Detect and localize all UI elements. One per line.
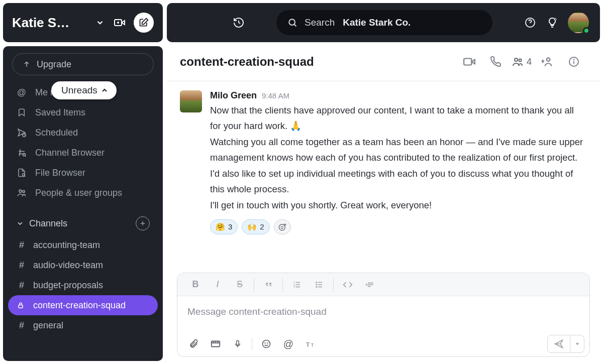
send-button[interactable] bbox=[548, 335, 570, 352]
svg-point-52 bbox=[316, 282, 317, 283]
message-author[interactable]: Milo Green bbox=[210, 90, 257, 101]
nav-scheduled[interactable]: Scheduled bbox=[8, 123, 158, 143]
channel-accounting-team[interactable]: # accounting-team bbox=[8, 235, 158, 255]
channel-audio-video-team[interactable]: # audio-video-team bbox=[8, 255, 158, 275]
emoji-button[interactable] bbox=[255, 331, 277, 356]
bookmark-icon bbox=[16, 108, 27, 117]
svg-line-10 bbox=[20, 149, 21, 156]
svg-point-30 bbox=[515, 58, 518, 61]
message-composer: B I S 123 bbox=[177, 273, 590, 357]
svg-point-53 bbox=[316, 284, 317, 285]
search-icon bbox=[287, 18, 297, 28]
video-call-button[interactable] bbox=[456, 52, 482, 72]
channel-browser-icon bbox=[16, 148, 27, 158]
file-browser-icon bbox=[16, 168, 27, 177]
reaction-raised-hands[interactable]: 🙌 2 bbox=[242, 219, 269, 234]
reaction-hug[interactable]: 🤗 3 bbox=[210, 219, 238, 234]
svg-point-38 bbox=[279, 224, 285, 230]
hash-icon: # bbox=[17, 320, 26, 331]
channel-title[interactable]: content-creation-squad bbox=[180, 55, 456, 69]
audio-call-button[interactable] bbox=[482, 52, 509, 72]
presence-indicator bbox=[583, 27, 590, 34]
strikethrough-button[interactable]: S bbox=[229, 273, 251, 296]
mention-button[interactable]: @ bbox=[277, 331, 299, 356]
chevron-down-icon bbox=[16, 219, 24, 227]
svg-point-66 bbox=[265, 343, 265, 343]
hash-icon: # bbox=[17, 280, 26, 291]
svg-point-16 bbox=[23, 190, 25, 192]
upgrade-button[interactable]: Upgrade bbox=[12, 53, 154, 75]
svg-line-12 bbox=[25, 156, 26, 157]
svg-text:T: T bbox=[311, 343, 314, 347]
format-toolbar: B I S 123 bbox=[177, 273, 589, 296]
channels-section-header[interactable]: Channels bbox=[8, 214, 158, 233]
svg-point-65 bbox=[263, 340, 270, 348]
svg-line-21 bbox=[239, 23, 240, 24]
channel-list: # accounting-team # audio-video-team # b… bbox=[8, 235, 158, 335]
help-button[interactable] bbox=[524, 16, 537, 29]
svg-point-22 bbox=[289, 19, 295, 25]
formatting-toggle-button[interactable]: TT bbox=[299, 331, 322, 356]
avatar[interactable] bbox=[180, 90, 202, 112]
add-people-button[interactable] bbox=[535, 52, 561, 72]
message-list: Milo Green 9:48 AM Now that the clients … bbox=[167, 81, 600, 264]
bold-button[interactable]: B bbox=[184, 273, 207, 296]
tips-button[interactable] bbox=[546, 16, 559, 29]
audio-clip-button[interactable] bbox=[227, 331, 249, 356]
history-button[interactable] bbox=[232, 16, 245, 29]
composer-input[interactable]: Message content-creation-squad bbox=[177, 296, 589, 331]
chevron-up-icon bbox=[100, 86, 109, 94]
svg-text:T: T bbox=[306, 341, 310, 348]
svg-point-54 bbox=[316, 286, 317, 287]
channel-content-creation-squad[interactable]: content-creation-squad bbox=[8, 295, 158, 315]
svg-rect-28 bbox=[464, 58, 471, 65]
italic-button[interactable]: I bbox=[207, 273, 229, 296]
svg-marker-71 bbox=[575, 343, 579, 345]
at-icon: @ bbox=[16, 87, 27, 98]
svg-point-37 bbox=[574, 59, 574, 60]
add-reaction-button[interactable] bbox=[274, 219, 291, 234]
upgrade-label: Upgrade bbox=[37, 59, 71, 70]
ordered-list-button[interactable]: 123 bbox=[286, 273, 308, 296]
svg-point-32 bbox=[547, 58, 550, 61]
svg-text:3: 3 bbox=[293, 286, 295, 288]
svg-line-23 bbox=[294, 24, 296, 26]
chevron-down-icon bbox=[94, 17, 106, 28]
codeblock-button[interactable] bbox=[359, 273, 381, 296]
members-button[interactable]: 4 bbox=[509, 52, 535, 72]
send-options-button[interactable] bbox=[570, 335, 584, 352]
svg-point-39 bbox=[281, 226, 281, 226]
quote-button[interactable] bbox=[257, 273, 279, 296]
code-button[interactable] bbox=[337, 273, 359, 296]
add-channel-button[interactable] bbox=[136, 216, 150, 230]
nav-channel-browser[interactable]: Channel Browser bbox=[8, 143, 158, 163]
channel-info-button[interactable] bbox=[561, 52, 587, 72]
user-menu[interactable] bbox=[568, 12, 589, 33]
svg-point-15 bbox=[19, 190, 22, 192]
nav-people[interactable]: People & user groups bbox=[8, 183, 158, 203]
message-timestamp: 9:48 AM bbox=[262, 91, 289, 100]
video-clip-button[interactable] bbox=[205, 331, 227, 356]
workspace-header[interactable]: Katie S… bbox=[3, 3, 163, 42]
nav-file-browser[interactable]: File Browser bbox=[8, 163, 158, 183]
svg-rect-19 bbox=[19, 305, 23, 308]
composer-bottom-bar: @ TT bbox=[177, 331, 589, 356]
compose-button[interactable] bbox=[134, 13, 154, 33]
start-video-meeting-button[interactable] bbox=[111, 14, 129, 32]
lock-icon bbox=[17, 302, 26, 309]
scheduled-icon bbox=[16, 128, 27, 138]
nav-saved-items[interactable]: Saved Items bbox=[8, 102, 158, 123]
channel-budget-proposals[interactable]: # budget-proposals bbox=[8, 275, 158, 295]
message-text: Now that the clients have approved our c… bbox=[210, 103, 587, 213]
people-icon bbox=[16, 188, 27, 198]
hash-icon: # bbox=[17, 260, 26, 271]
svg-line-26 bbox=[555, 18, 556, 19]
unreads-pill[interactable]: Unreads bbox=[51, 81, 117, 99]
attach-button[interactable] bbox=[182, 331, 205, 356]
channel-general[interactable]: # general bbox=[8, 315, 158, 335]
top-bar: Search Katie Stark Co. bbox=[167, 3, 600, 42]
search-input[interactable]: Search Katie Stark Co. bbox=[276, 10, 492, 35]
unordered-list-button[interactable] bbox=[308, 273, 330, 296]
svg-point-67 bbox=[267, 343, 268, 343]
channel-header: content-creation-squad 4 bbox=[167, 42, 600, 81]
